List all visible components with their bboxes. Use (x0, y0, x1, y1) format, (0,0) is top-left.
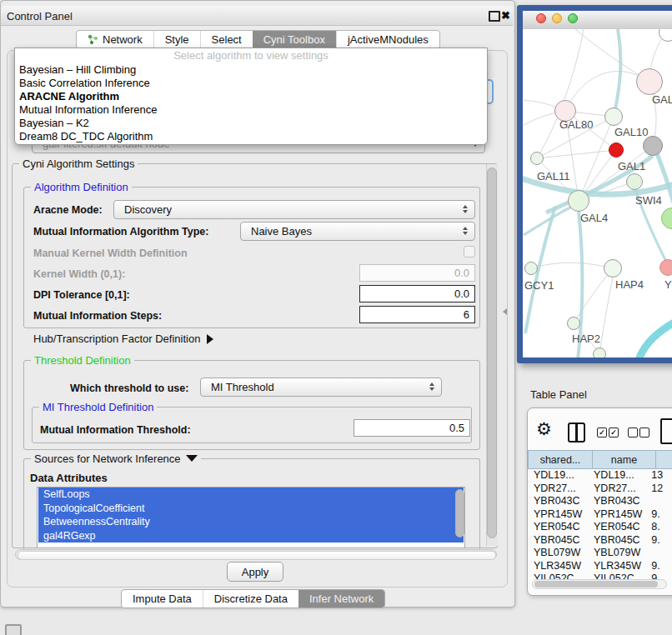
table-hscrollbar-thumb[interactable] (534, 581, 658, 588)
network-node-y[interactable] (659, 259, 672, 276)
tab-impute-data[interactable]: Impute Data (122, 590, 203, 608)
algorithm-option[interactable]: Bayesian – K2 (15, 117, 487, 130)
document-icon[interactable] (660, 418, 672, 444)
data-attributes-list[interactable]: SelfLoopsTopologicalCoefficientBetweenne… (37, 487, 465, 548)
table-row[interactable]: YPR145WYPR145W9. (528, 508, 672, 522)
mi-threshold-field[interactable]: 0.5 (354, 419, 470, 437)
collapsed-arrow-icon (207, 334, 213, 344)
expanded-arrow-icon[interactable] (186, 455, 198, 462)
tab-network[interactable]: Network (77, 31, 153, 48)
manual-kernel-checkbox[interactable] (464, 246, 475, 258)
table-cell: YBR045C (528, 534, 589, 548)
which-threshold-combo[interactable]: MI Threshold (200, 378, 442, 397)
select-all-checkbox-icon[interactable]: ✓ (597, 428, 607, 438)
network-icon (88, 34, 98, 45)
node-label: GAL4 (580, 212, 608, 224)
mi-steps-value: 6 (464, 308, 469, 321)
table-row[interactable]: YBR043CYBR043C (528, 495, 672, 508)
network-node[interactable] (593, 348, 606, 358)
mi-type-combo[interactable]: Naive Bayes (240, 222, 475, 241)
screen: Control Panel ✖ Network Style Select Cyn… (0, 0, 672, 635)
minimized-panel-icon[interactable] (5, 624, 22, 635)
aracne-mode-combo[interactable]: Discovery (113, 200, 475, 219)
table-cell: YLR345W (589, 560, 648, 573)
node-label: GAL11 (537, 170, 570, 182)
network-node-gcy1[interactable] (524, 262, 538, 275)
network-canvas[interactable]: GALGAL80GAL10GAL11GAL1SWI4GAL4GCY1HAP4YH… (523, 29, 672, 358)
deselect-all-checkbox-icon[interactable] (628, 428, 638, 438)
tab-discretize-data[interactable]: Discretize Data (203, 590, 298, 608)
table-row[interactable]: YBR045CYBR045C9. (528, 534, 672, 548)
group-title: Algorithm Definition (31, 181, 132, 193)
network-node-gal4[interactable] (568, 190, 589, 212)
split-columns-icon[interactable] (568, 422, 585, 442)
table-cell: YBR045C (589, 534, 648, 548)
sources-title: Sources for Network Inference (34, 452, 181, 465)
data-attribute-item[interactable]: BetweennessCentrality (38, 515, 464, 529)
column-header-name[interactable]: name (593, 450, 656, 469)
data-attribute-item[interactable]: gal4RGexp (38, 529, 464, 543)
kernel-width-field[interactable]: 0.0 (359, 264, 475, 282)
tab-label: Infer Network (309, 590, 374, 608)
table-cell: YDR27... (528, 482, 589, 496)
apply-button[interactable]: Apply (227, 562, 283, 582)
float-window-icon[interactable] (489, 11, 500, 22)
tab-infer-network[interactable]: Infer Network (298, 590, 384, 608)
attributes-scrollbar-thumb[interactable] (455, 489, 464, 538)
dpi-tolerance-value: 0.0 (454, 288, 469, 300)
settings-hscrollbar[interactable] (15, 549, 497, 560)
table-panel-title: Table Panel (530, 388, 587, 401)
close-traffic-icon[interactable] (536, 13, 546, 23)
algorithm-option[interactable]: Mutual Information Inference (15, 103, 487, 117)
gear-icon[interactable]: ⚙ (536, 419, 552, 439)
data-attribute-item[interactable]: TopologicalCoefficient (38, 502, 464, 516)
table-cell (648, 495, 672, 508)
network-node-gal[interactable] (636, 68, 663, 95)
tab-jactivemnodules[interactable]: jActiveMNodules (336, 31, 439, 48)
table-row[interactable]: YBL079WYBL079W (528, 547, 672, 560)
zoom-traffic-icon[interactable] (568, 13, 578, 23)
algorithm-option[interactable]: Dream8 DC_TDC Algorithm (15, 130, 487, 143)
network-node-hap2[interactable] (567, 317, 580, 330)
column-header-shared-name[interactable]: shared... (528, 450, 593, 469)
node-label: GAL80 (559, 118, 593, 131)
which-threshold-value: MI Threshold (211, 381, 274, 393)
close-icon[interactable]: ✖ (501, 9, 510, 22)
settings-hscrollbar-thumb[interactable] (18, 551, 496, 560)
splitter-arrow-icon[interactable] (503, 308, 507, 315)
tab-cyni-toolbox[interactable]: Cyni Toolbox (253, 31, 336, 48)
settings-scrollbar-thumb[interactable] (487, 168, 497, 538)
table-row[interactable]: YIL052CYIL052C9. (528, 572, 672, 579)
minimize-traffic-icon[interactable] (552, 13, 562, 23)
table-hscrollbar[interactable] (532, 579, 667, 589)
tab-style[interactable]: Style (153, 31, 200, 48)
table-cell: 8. (648, 521, 672, 534)
deselect-all-checkbox-icon[interactable] (639, 428, 649, 438)
cyni-bottom-tabbar: Impute Data Discretize Data Infer Networ… (121, 589, 385, 608)
mi-steps-field[interactable]: 6 (359, 306, 475, 323)
table-cell: YIL052C (589, 572, 648, 579)
node-label: HAP4 (615, 278, 644, 291)
algorithm-option[interactable]: ARACNE Algorithm (15, 90, 487, 103)
column-header-third[interactable] (656, 450, 672, 469)
control-panel-titlebar[interactable] (1, 6, 513, 26)
select-all-checkbox-icon[interactable]: ✓ (609, 428, 619, 438)
network-node-gal1[interactable] (626, 173, 643, 190)
algorithm-option[interactable]: Basic Correlation Inference (15, 77, 487, 90)
algorithm-option[interactable]: Bayesian – Hill Climbing (15, 63, 487, 77)
network-node-gal11[interactable] (530, 152, 544, 165)
tab-label: jActiveMNodules (348, 31, 429, 48)
table-row[interactable]: YDL19...YDL19...13 (528, 469, 672, 482)
network-node[interactable] (643, 136, 663, 156)
data-attribute-item[interactable]: SelfLoops (38, 488, 464, 502)
tab-select[interactable]: Select (200, 31, 253, 48)
dpi-tolerance-field[interactable]: 0.0 (359, 285, 475, 302)
table-row[interactable]: YDR27...YDR27...12 (528, 482, 672, 496)
table-row[interactable]: YER054CYER054C8. (528, 521, 672, 534)
network-node-hap4[interactable] (604, 259, 622, 278)
table-row[interactable]: YLR345WYLR345W9. (528, 560, 672, 573)
network-node-gal10[interactable] (604, 108, 623, 126)
node-label: GAL (652, 93, 672, 106)
network-node[interactable] (609, 142, 624, 158)
hub-definition-toggle[interactable]: Hub/Transcription Factor Definition (33, 332, 213, 345)
